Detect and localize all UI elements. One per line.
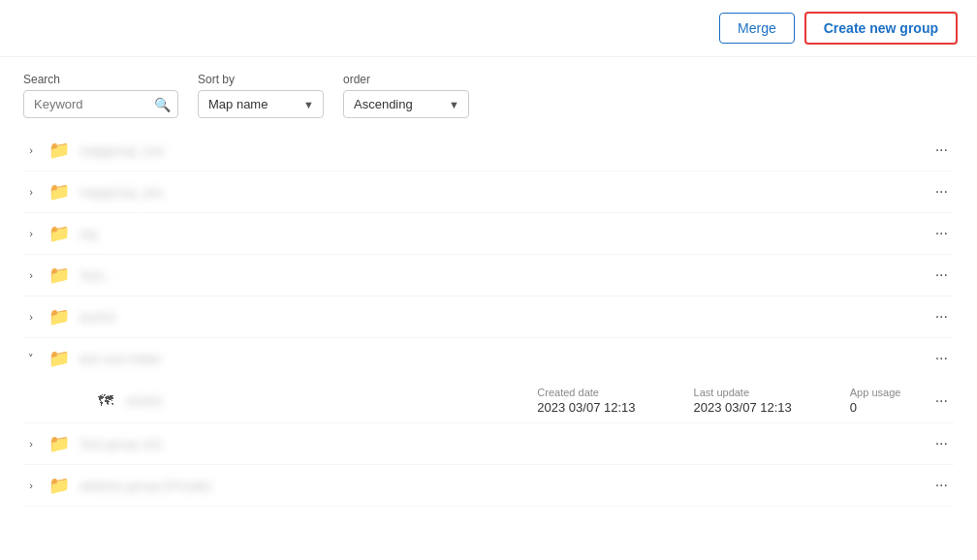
expand-chevron-icon[interactable]: › <box>23 186 39 198</box>
sortby-select[interactable]: Map name Created date Last update <box>198 90 324 118</box>
expand-chevron-icon[interactable]: › <box>23 311 39 323</box>
last-update-value: 2023 03/07 12:13 <box>694 400 792 415</box>
folder-icon: 📁 <box>48 306 70 327</box>
expand-chevron-icon[interactable]: ˅ <box>23 353 39 365</box>
list-item: ˅ 📁 test new folder ··· <box>23 338 954 379</box>
map-icon: 🗺 <box>95 392 116 410</box>
app-usage-col: App usage 0 <box>850 387 901 415</box>
row-menu-icon[interactable]: ··· <box>930 348 954 369</box>
merge-button[interactable]: Merge <box>719 13 795 44</box>
folder-icon: 📁 <box>48 181 70 202</box>
row-menu-icon[interactable]: ··· <box>930 475 954 496</box>
search-label: Search <box>23 73 178 86</box>
search-control: Search 🔍 <box>23 73 178 118</box>
order-control: order Ascending Descending ▼ <box>343 73 469 118</box>
created-date-label: Created date <box>537 387 635 398</box>
list-area: › 📁 mapgroup_one ··· › 📁 mapgroup_two ··… <box>0 130 977 507</box>
sortby-label: Sort by <box>198 73 324 86</box>
app-usage-label: App usage <box>850 387 901 398</box>
row-menu-icon[interactable]: ··· <box>930 223 954 244</box>
list-item: › 📁 mapgroup_one ··· <box>23 130 954 171</box>
row-menu-icon[interactable]: ··· <box>930 264 954 286</box>
list-item: › 📁 testXX ··· <box>23 296 954 338</box>
row-menu-icon[interactable]: ··· <box>930 181 954 202</box>
expand-chevron-icon[interactable]: › <box>23 144 39 156</box>
search-input[interactable] <box>23 90 178 118</box>
list-item: › 📁 mg ··· <box>23 213 954 255</box>
row-menu-icon[interactable]: ··· <box>930 140 954 161</box>
created-date-col: Created date 2023 03/07 12:13 <box>537 387 635 415</box>
folder-icon: 📁 <box>48 264 70 286</box>
folder-icon: 📁 <box>48 223 70 244</box>
child-row-name: asset1 <box>126 393 508 408</box>
list-item: › 📁 address group (Private) ··· <box>23 465 954 507</box>
child-row-menu-icon[interactable]: ··· <box>930 390 954 412</box>
list-item: › 📁 Test group 101 ··· <box>23 423 954 465</box>
expanded-child-row: 🗺 asset1 Created date 2023 03/07 12:13 L… <box>23 379 954 423</box>
create-new-group-button[interactable]: Create new group <box>804 12 958 45</box>
top-bar: Merge Create new group <box>0 0 977 57</box>
row-name: mapgroup_two <box>79 185 920 200</box>
child-meta: Created date 2023 03/07 12:13 Last updat… <box>537 387 919 415</box>
created-date-value: 2023 03/07 12:13 <box>537 400 635 415</box>
folder-icon: 📁 <box>48 475 70 496</box>
expand-chevron-icon[interactable]: › <box>23 228 39 239</box>
folder-icon: 📁 <box>48 348 70 369</box>
row-name: test new folder <box>79 352 920 366</box>
row-name: Test group 101 <box>79 437 920 451</box>
row-menu-icon[interactable]: ··· <box>930 306 954 327</box>
order-select-wrap: Ascending Descending ▼ <box>343 90 469 118</box>
row-name: mapgroup_one <box>79 143 920 158</box>
row-menu-icon[interactable]: ··· <box>930 433 954 454</box>
expand-chevron-icon[interactable]: › <box>23 438 39 450</box>
search-input-wrap: 🔍 <box>23 90 178 118</box>
folder-icon: 📁 <box>48 140 70 161</box>
folder-icon: 📁 <box>48 433 70 454</box>
sortby-control: Sort by Map name Created date Last updat… <box>198 73 324 118</box>
sortby-select-wrap: Map name Created date Last update ▼ <box>198 90 324 118</box>
list-item: › 📁 Test... ··· <box>23 255 954 296</box>
list-item: › 📁 mapgroup_two ··· <box>23 171 954 213</box>
expand-chevron-icon[interactable]: › <box>23 269 39 281</box>
order-select[interactable]: Ascending Descending <box>343 90 469 118</box>
row-name: testXX <box>79 310 920 325</box>
last-update-col: Last update 2023 03/07 12:13 <box>694 387 792 415</box>
expand-chevron-icon[interactable]: › <box>23 480 39 491</box>
row-name: mg <box>79 227 920 241</box>
app-usage-value: 0 <box>850 400 901 415</box>
row-name: Test... <box>79 268 920 283</box>
controls-bar: Search 🔍 Sort by Map name Created date L… <box>0 57 977 130</box>
last-update-label: Last update <box>694 387 792 398</box>
order-label: order <box>343 73 469 86</box>
row-name: address group (Private) <box>79 479 920 493</box>
